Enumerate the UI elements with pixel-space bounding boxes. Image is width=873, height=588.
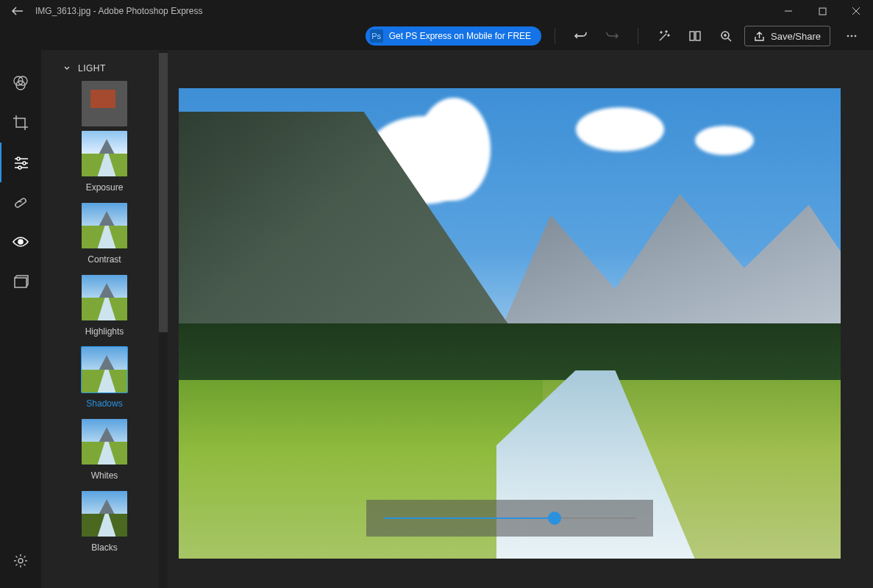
canvas-area xyxy=(168,50,873,588)
svg-rect-15 xyxy=(15,278,26,287)
svg-point-12 xyxy=(18,166,21,169)
adjustment-slider[interactable] xyxy=(366,500,653,537)
adjustment-thumb-exposure[interactable] xyxy=(82,131,127,176)
auto-enhance-button[interactable] xyxy=(652,24,677,49)
spot-heal-tool[interactable] xyxy=(0,182,41,222)
svg-point-6 xyxy=(855,35,857,37)
adjustment-thumb-blacks[interactable] xyxy=(82,491,127,537)
looks-tool[interactable] xyxy=(0,63,41,103)
adjustment-label: Shadows xyxy=(86,398,122,409)
separator xyxy=(555,28,555,44)
close-button[interactable] xyxy=(839,0,873,22)
adjustment-label: Contrast xyxy=(88,254,121,265)
svg-rect-13 xyxy=(15,198,27,208)
top-toolbar: Ps Get PS Express on Mobile for FREE Sav… xyxy=(0,22,873,50)
svg-point-16 xyxy=(18,559,23,563)
adjustment-thumb-shadows[interactable] xyxy=(82,347,127,392)
more-button[interactable] xyxy=(839,24,864,49)
maximize-button[interactable] xyxy=(805,0,839,22)
slider-track[interactable] xyxy=(384,517,635,519)
compare-button[interactable] xyxy=(683,24,708,49)
slider-handle[interactable] xyxy=(548,512,561,525)
adjustments-panel: LIGHT ExposureContrastHighlightsShadowsW… xyxy=(41,50,168,588)
minimize-button[interactable] xyxy=(772,0,805,22)
chevron-down-icon xyxy=(63,65,71,72)
undo-button[interactable] xyxy=(569,24,594,49)
redo-button[interactable] xyxy=(599,24,624,49)
save-share-button[interactable]: Save/Share xyxy=(744,26,830,46)
svg-point-5 xyxy=(851,35,853,37)
panel-scrollbar[interactable] xyxy=(159,50,168,588)
settings-button[interactable] xyxy=(0,541,41,581)
adjustment-thumb-original[interactable] xyxy=(82,81,127,126)
titlebar: IMG_3613.jpg - Adobe Photoshop Express xyxy=(0,0,873,22)
separator xyxy=(638,28,638,44)
svg-rect-0 xyxy=(819,8,826,15)
svg-point-11 xyxy=(23,162,26,165)
panel-section-header[interactable]: LIGHT xyxy=(41,50,168,81)
border-tool[interactable] xyxy=(0,262,41,301)
panel-section-label: LIGHT xyxy=(78,63,106,74)
adjustment-label: Whites xyxy=(91,470,118,481)
share-icon xyxy=(754,31,765,42)
adjustment-thumb-contrast[interactable] xyxy=(82,203,127,248)
adjustment-label: Blacks xyxy=(91,542,117,553)
crop-tool[interactable] xyxy=(0,103,41,143)
save-share-label: Save/Share xyxy=(771,31,821,42)
svg-point-4 xyxy=(847,35,849,37)
adjustment-thumb-highlights[interactable] xyxy=(82,275,127,320)
adjustment-label: Highlights xyxy=(85,326,124,337)
adjustment-thumb-whites[interactable] xyxy=(82,419,127,465)
back-button[interactable] xyxy=(0,0,35,22)
svg-point-10 xyxy=(17,157,20,160)
adjustments-tool[interactable] xyxy=(0,143,41,182)
adjustment-label: Exposure xyxy=(86,182,124,193)
promo-banner[interactable]: Ps Get PS Express on Mobile for FREE xyxy=(366,26,541,46)
window-title: IMG_3613.jpg - Adobe Photoshop Express xyxy=(35,6,772,16)
tool-rail xyxy=(0,50,41,588)
svg-rect-1 xyxy=(690,32,694,40)
svg-point-14 xyxy=(18,240,23,244)
ps-icon: Ps xyxy=(370,29,383,43)
svg-rect-2 xyxy=(696,32,700,40)
image-canvas[interactable] xyxy=(179,88,841,559)
scrollbar-thumb[interactable] xyxy=(159,53,168,332)
promo-label: Get PS Express on Mobile for FREE xyxy=(389,31,531,41)
redeye-tool[interactable] xyxy=(0,222,41,262)
zoom-button[interactable] xyxy=(713,24,738,49)
